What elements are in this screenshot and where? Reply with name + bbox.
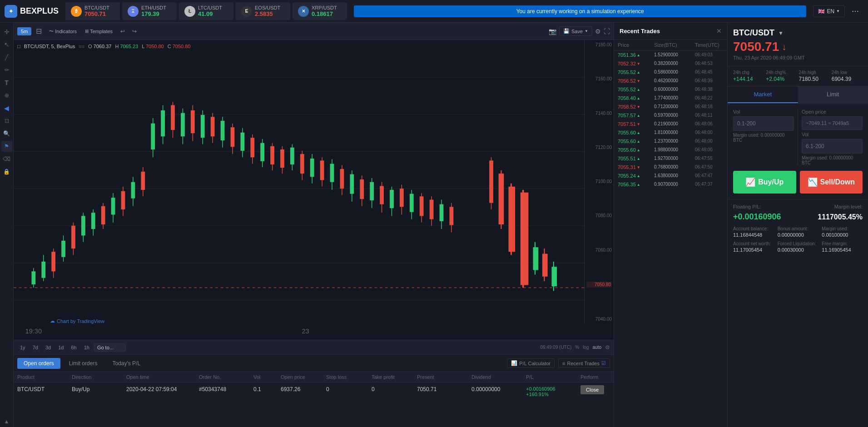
- measure-icon[interactable]: ⊡: [1, 115, 12, 126]
- svg-rect-82: [400, 189, 404, 207]
- checkbox-icon: ☑: [601, 360, 606, 366]
- tf-1d[interactable]: 1d: [55, 344, 66, 351]
- screenshot-button[interactable]: 📷: [549, 28, 556, 35]
- svg-rect-76: [370, 182, 374, 200]
- floating-pl-label: Floating P/L:: [733, 204, 761, 209]
- settings-small-icon[interactable]: ⚙: [605, 344, 610, 351]
- lock-icon[interactable]: 🔒: [1, 166, 12, 177]
- ticker-xrp[interactable]: ✕ XRP/USDT 0.18617: [293, 2, 347, 20]
- tf-1y[interactable]: 1y: [17, 344, 28, 351]
- chart-type-icon[interactable]: ⊟: [34, 27, 44, 35]
- settings-button[interactable]: ⚙: [595, 28, 601, 35]
- indicators-button[interactable]: 〜 Indicators: [46, 27, 79, 36]
- pair-dropdown-icon[interactable]: ▼: [778, 30, 784, 36]
- trend-line-icon[interactable]: ╱: [1, 52, 12, 63]
- log-label[interactable]: log: [583, 345, 589, 350]
- svg-rect-70: [340, 169, 344, 189]
- order-type-tabs: Market Limit: [728, 86, 868, 104]
- panel-header: Recent Trades ✕: [614, 23, 727, 40]
- pencil-icon[interactable]: ✏: [1, 65, 12, 75]
- sell-chart-icon: 📉: [808, 177, 818, 187]
- chg-value: +144.14: [733, 76, 764, 82]
- tab-open-orders[interactable]: Open orders: [17, 358, 60, 369]
- vol-input[interactable]: [733, 116, 794, 131]
- svg-rect-46: [221, 121, 225, 140]
- tab-limit-orders[interactable]: Limit orders: [63, 358, 104, 369]
- tab-limit[interactable]: Limit: [798, 86, 868, 103]
- collapse-icon[interactable]: ▲: [1, 416, 12, 427]
- svg-rect-74: [360, 179, 364, 199]
- save-button[interactable]: 💾 Save ▼: [559, 26, 592, 36]
- svg-text:23: 23: [302, 328, 309, 335]
- col-pl: P/L: [522, 372, 577, 382]
- tf-1h[interactable]: 1h: [81, 344, 92, 351]
- logo[interactable]: ✦ BEXPLUS: [5, 5, 59, 18]
- high-label: 24h high: [799, 70, 830, 75]
- stats-section: 24h chg +144.14 24h chg% +2.04% 24h high…: [728, 66, 868, 86]
- chart-low: L 7050.80: [142, 44, 164, 49]
- tf-6h[interactable]: 6h: [68, 344, 79, 351]
- col-take-profit: Take profit: [368, 372, 413, 382]
- ticker-eth[interactable]: Ξ ETH/USDT 179.39: [122, 2, 177, 20]
- ticker-ltc[interactable]: Ł LTC/USDT 41.09: [179, 2, 233, 20]
- open-price-label: Open price: [802, 109, 863, 114]
- chg-label: 24h chg: [733, 70, 764, 75]
- svg-rect-52: [250, 138, 254, 157]
- undo-button[interactable]: ↩: [118, 27, 127, 36]
- arrow-left-icon[interactable]: ◀: [1, 103, 12, 114]
- tf-3d[interactable]: 3d: [43, 344, 54, 351]
- buy-button[interactable]: 📈 Buy/Up: [733, 171, 796, 194]
- free-margin-label: Free margin:: [822, 241, 863, 246]
- timeframe-5m[interactable]: 5m: [17, 27, 31, 35]
- close-order-button[interactable]: Close: [580, 385, 604, 394]
- action-buttons: 📈 Buy/Up 📉 Sell/Down: [728, 171, 868, 199]
- chat-button[interactable]: ⋯: [847, 5, 863, 18]
- templates-button[interactable]: ⊞ Templates: [82, 27, 115, 35]
- svg-rect-96: [499, 174, 504, 224]
- cursor-icon[interactable]: ↖: [1, 39, 12, 50]
- tradingview-credit: ☁ Chart by TradingView: [50, 318, 104, 324]
- account-balance-label: Account balance:: [733, 226, 774, 231]
- redo-button[interactable]: ↪: [130, 27, 139, 36]
- chart-area: □ BTC/USDT, 5, BexPlus ≡≡ O 7060.37 H 70…: [14, 40, 614, 340]
- tab-market[interactable]: Market: [728, 86, 798, 103]
- eth-icon: Ξ: [128, 6, 139, 17]
- tab-today-pl[interactable]: Today's P/L: [106, 358, 147, 369]
- crosshair-icon[interactable]: ✛: [1, 26, 12, 37]
- svg-rect-78: [380, 186, 384, 204]
- svg-rect-16: [71, 226, 75, 248]
- ticker-eos[interactable]: E EOS/USDT 2.5835: [236, 2, 290, 20]
- lang-label: EN: [827, 8, 834, 15]
- recent-trades-link[interactable]: ≡ Recent Trades ☑: [558, 358, 610, 368]
- eraser-icon[interactable]: ⌫: [1, 154, 12, 164]
- flag-tool-icon[interactable]: ⚑: [1, 141, 12, 152]
- tf-7d[interactable]: 7d: [30, 344, 41, 351]
- header: ✦ BEXPLUS ₿ BTC/USDT 7050.71 Ξ ETH/USDT …: [0, 0, 868, 23]
- fullscreen-button[interactable]: ⛶: [604, 28, 610, 35]
- list-item: 7055.52 ▲ 0.58600000 06:48:45: [614, 68, 727, 77]
- close-panel-icon[interactable]: ✕: [716, 27, 722, 35]
- open-price-input[interactable]: [802, 116, 863, 130]
- vol-label2: Vol: [802, 132, 863, 137]
- svg-rect-80: [390, 190, 394, 208]
- text-icon[interactable]: T: [1, 77, 12, 88]
- ticker-btc[interactable]: ₿ BTC/USDT 7050.71: [65, 2, 120, 20]
- btc-icon: ₿: [71, 6, 82, 17]
- sell-button[interactable]: 📉 Sell/Down: [800, 171, 863, 194]
- lang-selector[interactable]: 🇬🇧 EN ▼: [813, 5, 845, 17]
- svg-rect-10: [41, 262, 45, 278]
- shapes-icon[interactable]: ⊕: [1, 90, 12, 101]
- orders-section: Open orders Limit orders Today's P/L 📊 P…: [14, 354, 614, 427]
- cell-pl: +0.00160906+160.91%: [522, 382, 577, 401]
- zoom-icon[interactable]: 🔍: [1, 128, 12, 139]
- high-value: 7180.50: [799, 76, 830, 82]
- pl-calculator-button[interactable]: 📊 P/L Calculator: [507, 358, 555, 368]
- vol-input2[interactable]: [802, 139, 863, 154]
- goto-input[interactable]: [94, 343, 126, 352]
- btc-name: BTC/USDT: [84, 5, 109, 10]
- auto-label[interactable]: auto: [593, 345, 601, 350]
- list-item: 7055.24 ▲ 1.63800000 06:47:47: [614, 172, 727, 180]
- trades-price-header: Price: [618, 42, 654, 48]
- margin-level-label: Margin level:: [834, 204, 863, 209]
- col-vol: Vol: [250, 372, 277, 382]
